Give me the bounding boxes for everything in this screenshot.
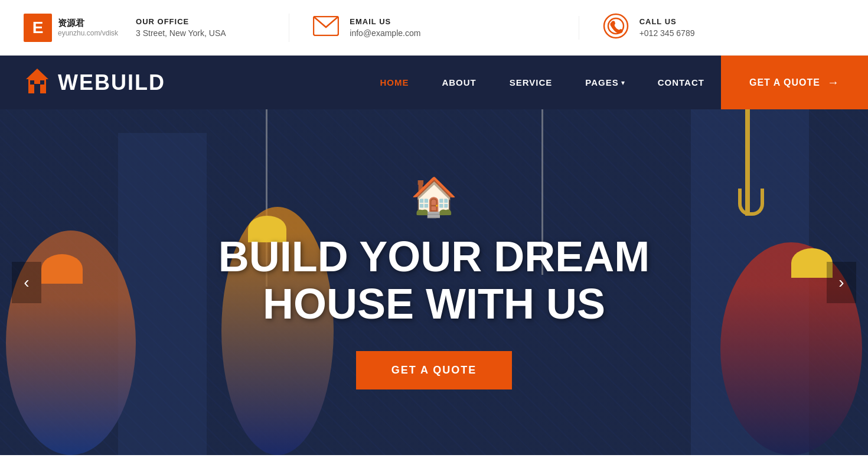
get-quote-nav-label: GET A QUOTE xyxy=(749,77,820,88)
hero-title: BUILD YOUR DREAM HOUSE WITH US xyxy=(218,233,650,327)
house-icon: 🏠 xyxy=(218,175,650,219)
svg-marker-4 xyxy=(26,69,48,79)
logo-letter-box: E xyxy=(24,14,52,42)
email-label: EMAIL US xyxy=(350,17,420,26)
logo-sub: eyunzhu.com/vdisk xyxy=(58,29,118,37)
office-text: OUR OFFICE 3 Street, New York, USA xyxy=(136,17,226,38)
slide-next-button[interactable]: › xyxy=(827,262,856,303)
email-icon xyxy=(313,16,339,40)
chevron-left-icon: ‹ xyxy=(24,273,29,292)
hero-title-line1: BUILD YOUR DREAM xyxy=(218,233,650,280)
helmet-left xyxy=(41,254,83,284)
nav-item-home[interactable]: HOME xyxy=(363,56,425,109)
nav-link-contact[interactable]: CONTACT xyxy=(658,77,704,87)
call-label: CALL US xyxy=(639,17,695,26)
nav-link-pages[interactable]: PAGES xyxy=(585,77,618,87)
slide-prev-button[interactable]: ‹ xyxy=(12,262,41,303)
call-item: CALL US +012 345 6789 xyxy=(579,13,868,43)
brand-link[interactable]: WEBUILD xyxy=(0,66,189,99)
hero-get-quote-button[interactable]: GET A QUOTE xyxy=(356,351,513,389)
phone-icon xyxy=(603,13,629,43)
nav-item-contact[interactable]: CONTACT xyxy=(641,56,721,109)
svg-rect-6 xyxy=(30,80,34,85)
hero-title-line2: HOUSE WITH US xyxy=(263,280,605,327)
logo-text: 资源君 eyunzhu.com/vdisk xyxy=(58,18,118,37)
nav-item-pages[interactable]: PAGES ▾ xyxy=(569,56,641,109)
nav-item-service[interactable]: SERVICE xyxy=(493,56,569,109)
nav-menu: HOME ABOUT SERVICE PAGES ▾ CONTACT xyxy=(363,56,721,109)
brand-building-icon xyxy=(24,66,51,99)
top-bar: E 资源君 eyunzhu.com/vdisk OUR OFFICE 3 Str… xyxy=(0,0,868,56)
hero-content: 🏠 BUILD YOUR DREAM HOUSE WITH US GET A Q… xyxy=(218,175,650,389)
building-silhouette-left xyxy=(118,133,207,455)
crane-hook-icon xyxy=(745,109,750,216)
nav-link-home[interactable]: HOME xyxy=(380,77,409,87)
logo-name: 资源君 xyxy=(58,18,118,29)
arrow-right-icon: → xyxy=(827,76,840,89)
office-value: 3 Street, New York, USA xyxy=(136,28,226,38)
email-value: info@example.com xyxy=(350,28,420,38)
call-value: +012 345 6789 xyxy=(639,28,695,38)
office-item: E 资源君 eyunzhu.com/vdisk OUR OFFICE 3 Str… xyxy=(0,14,289,42)
office-label: OUR OFFICE xyxy=(136,17,226,26)
svg-rect-7 xyxy=(40,80,44,85)
call-text: CALL US +012 345 6789 xyxy=(639,17,695,38)
hero-cta-label: GET A QUOTE xyxy=(391,364,477,376)
get-quote-nav-button[interactable]: GET A QUOTE → xyxy=(721,56,868,109)
navbar: WEBUILD HOME ABOUT SERVICE PAGES ▾ CONTA… xyxy=(0,56,868,109)
email-item: EMAIL US info@example.com xyxy=(289,16,579,40)
nav-link-about[interactable]: ABOUT xyxy=(442,77,476,87)
nav-link-service[interactable]: SERVICE xyxy=(510,77,553,87)
chevron-down-icon: ▾ xyxy=(621,79,625,87)
brand-name: WEBUILD xyxy=(58,70,165,95)
hero-section: ‹ › 🏠 BUILD YOUR DREAM HOUSE WITH US GET… xyxy=(0,109,868,455)
nav-item-about[interactable]: ABOUT xyxy=(425,56,492,109)
chevron-right-icon: › xyxy=(838,273,844,292)
svg-rect-5 xyxy=(34,84,40,93)
email-text: EMAIL US info@example.com xyxy=(350,17,420,38)
